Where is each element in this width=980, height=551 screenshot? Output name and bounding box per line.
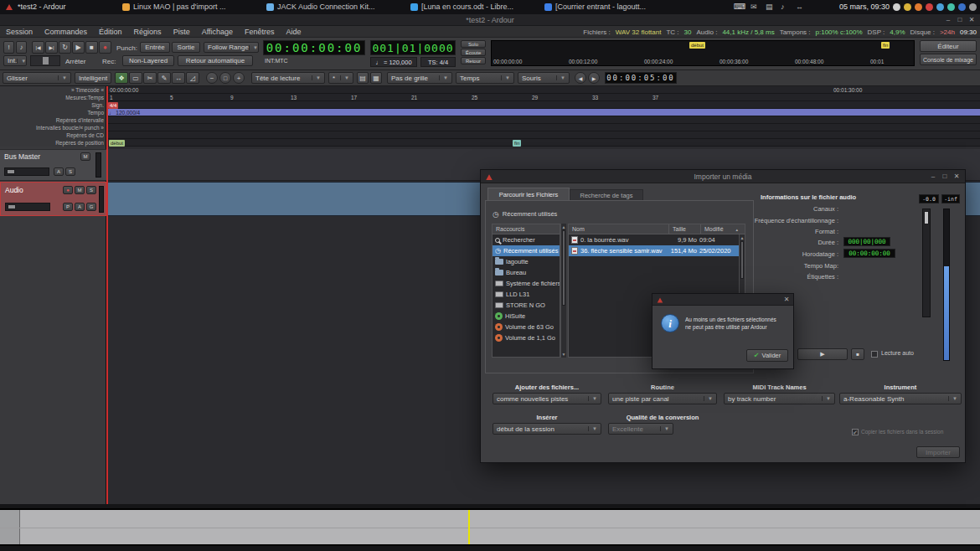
- validate-button[interactable]: ✔ Valider: [746, 349, 788, 362]
- tray-app-icon[interactable]: [893, 3, 900, 11]
- summary-marker-line[interactable]: [468, 510, 470, 544]
- shortcuts-scrollbar[interactable]: ▲ ▼: [560, 224, 566, 358]
- range-tool-button[interactable]: ▭: [129, 72, 142, 84]
- track-a-button[interactable]: A: [75, 203, 85, 211]
- mixer-window-button[interactable]: Console de mixage: [920, 54, 977, 65]
- menu-piste[interactable]: Piste: [168, 28, 196, 36]
- track-gain-fader[interactable]: [5, 203, 50, 211]
- column-header-size[interactable]: Taille: [669, 224, 701, 234]
- meter-display[interactable]: TS: 4/4: [420, 57, 456, 67]
- track-solo-button[interactable]: S: [86, 186, 96, 194]
- auto-play-checkbox[interactable]: [871, 351, 878, 358]
- grab-tool-button[interactable]: ❖: [115, 72, 128, 84]
- audition-tool-button[interactable]: ◿: [186, 72, 199, 84]
- timecode-ruler[interactable]: 00:00:00:00 00:01:30:00: [106, 86, 980, 94]
- track-mute-button[interactable]: M: [75, 186, 85, 194]
- primary-clock[interactable]: 00:00:00:00: [263, 40, 365, 55]
- tab-search-tags[interactable]: Recherche de tags: [570, 189, 643, 201]
- fader-thumb[interactable]: [8, 204, 16, 209]
- signature-ruler[interactable]: 4/4: [106, 101, 980, 109]
- shortcut-search[interactable]: Rechercher: [493, 234, 560, 245]
- shortcut-filesystem[interactable]: Système de fichiers: [493, 278, 560, 289]
- instrument-combo[interactable]: a-Reasonable Synth▼: [839, 393, 962, 404]
- shortcut-lld-l31[interactable]: LLD L31: [493, 289, 560, 300]
- menu-fenetres[interactable]: Fenêtres: [239, 28, 281, 36]
- cd-markers-ruler[interactable]: [106, 131, 980, 139]
- nudge-forward-button[interactable]: ▶: [588, 72, 600, 84]
- listen-button[interactable]: Écoute: [461, 49, 486, 56]
- ruler-label-signature[interactable]: Sign.: [0, 101, 104, 109]
- bus-gain-fader[interactable]: [4, 167, 49, 176]
- loop-punch-ruler[interactable]: [106, 124, 980, 131]
- tray-app-icon[interactable]: [958, 3, 966, 11]
- menu-aide[interactable]: Aide: [281, 28, 307, 36]
- column-header-name[interactable]: Nom: [569, 224, 669, 234]
- shortcut-store-n-go[interactable]: STORE N GO: [493, 300, 560, 311]
- menu-session[interactable]: Session: [0, 28, 39, 36]
- sync-source-combo[interactable]: Int.▼: [3, 55, 27, 66]
- menu-affichage[interactable]: Affichage: [196, 28, 239, 36]
- track-record-arm-button[interactable]: ●: [63, 186, 73, 194]
- insert-at-combo[interactable]: début de la session▼: [493, 423, 601, 435]
- solo-button[interactable]: Solo: [461, 40, 486, 48]
- preview-gain-fader[interactable]: [922, 209, 931, 317]
- cut-tool-button[interactable]: ✂: [143, 72, 157, 84]
- fader-thumb[interactable]: [924, 211, 929, 224]
- location-button[interactable]: ◷ Récemment utilisés: [493, 209, 557, 219]
- transport-minimap[interactable]: début fin 00:00:00:00 00:00:12:00 00:00:…: [491, 40, 915, 66]
- tempo-display[interactable]: ♩ = 120,000: [370, 57, 417, 67]
- smart-mode-button[interactable]: Intelligent: [75, 72, 111, 84]
- audio-track-header[interactable]: Audio ● M S P A G: [0, 182, 106, 216]
- signature-marker[interactable]: 4/4: [108, 102, 118, 109]
- shortcut-volume-1-1[interactable]: Volume de 1,1 Go: [493, 332, 560, 343]
- window-close-button[interactable]: ✕: [967, 16, 977, 23]
- bars-ruler[interactable]: 1 5 9 13 17 21 25 29 33 37: [106, 94, 980, 101]
- bus-master-header[interactable]: Bus Master M A S: [0, 149, 106, 181]
- midi-names-combo[interactable]: by track number▼: [724, 393, 835, 404]
- edit-point-combo[interactable]: Souris▼: [518, 72, 570, 84]
- ruler-label-bars[interactable]: Mesures:Temps: [0, 94, 104, 101]
- menu-commandes[interactable]: Commandes: [39, 28, 93, 36]
- scroll-down-icon[interactable]: ▼: [561, 352, 566, 357]
- end-marker[interactable]: fin: [513, 140, 521, 147]
- length-clock[interactable]: 000|00|000: [843, 237, 890, 246]
- stack-mode-button[interactable]: ▤: [357, 72, 369, 84]
- tray-app-icon[interactable]: [926, 3, 933, 11]
- track-name[interactable]: Bus Master: [4, 152, 40, 161]
- editor-window-button[interactable]: Éditeur: [920, 40, 977, 52]
- zoom-in-button[interactable]: +: [233, 72, 245, 84]
- dialog-close-button[interactable]: ✕: [952, 173, 962, 180]
- window-minimize-button[interactable]: –: [943, 16, 953, 23]
- preview-stop-button[interactable]: ■: [851, 348, 864, 360]
- grid-mode-combo[interactable]: Pas de grille▼: [387, 72, 452, 84]
- track-name[interactable]: Audio: [5, 186, 23, 194]
- monitor-options-button[interactable]: ♪: [16, 41, 27, 54]
- marker-combo[interactable]: *▼: [328, 72, 353, 84]
- grid-config-button[interactable]: ▦: [370, 72, 382, 84]
- shortcut-volume-63[interactable]: Volume de 63 Go: [493, 322, 560, 332]
- tray-app-icon[interactable]: [915, 3, 922, 11]
- summary-strip[interactable]: [0, 508, 980, 546]
- layer-mode-button[interactable]: Non-Layered: [122, 55, 174, 66]
- menu-edition[interactable]: Édition: [93, 28, 128, 36]
- goto-start-button[interactable]: |◀: [32, 41, 44, 54]
- track-p-button[interactable]: P: [63, 203, 73, 211]
- track-g-button[interactable]: G: [86, 203, 96, 211]
- bus-s-button[interactable]: S: [65, 167, 75, 176]
- shortcuts-header[interactable]: Raccourcis: [493, 224, 560, 234]
- play-button[interactable]: ▶: [72, 41, 85, 54]
- follow-range-combo[interactable]: Follow Range▼: [204, 42, 259, 53]
- error-dialog-close-button[interactable]: ✕: [781, 296, 792, 303]
- taskbar-item[interactable]: [Courrier entrant - lagoutt...: [555, 3, 646, 11]
- range-markers-ruler[interactable]: [106, 116, 980, 124]
- bus-mute-button[interactable]: M: [80, 152, 90, 161]
- loop-button[interactable]: ↻: [59, 41, 71, 54]
- tempo-marker[interactable]: ♩ 120,000/4: [109, 110, 140, 116]
- shortcut-recent[interactable]: ◷Récemment utilisés: [493, 245, 560, 256]
- menu-regions[interactable]: Régions: [128, 28, 168, 36]
- system-clock[interactable]: 05 mars, 09:30: [839, 3, 890, 11]
- punch-in-button[interactable]: Entrée: [140, 42, 170, 53]
- punch-out-button[interactable]: Sortie: [172, 42, 200, 53]
- shortcut-desktop[interactable]: Bureau: [493, 267, 560, 278]
- zoom-out-button[interactable]: −: [206, 72, 218, 84]
